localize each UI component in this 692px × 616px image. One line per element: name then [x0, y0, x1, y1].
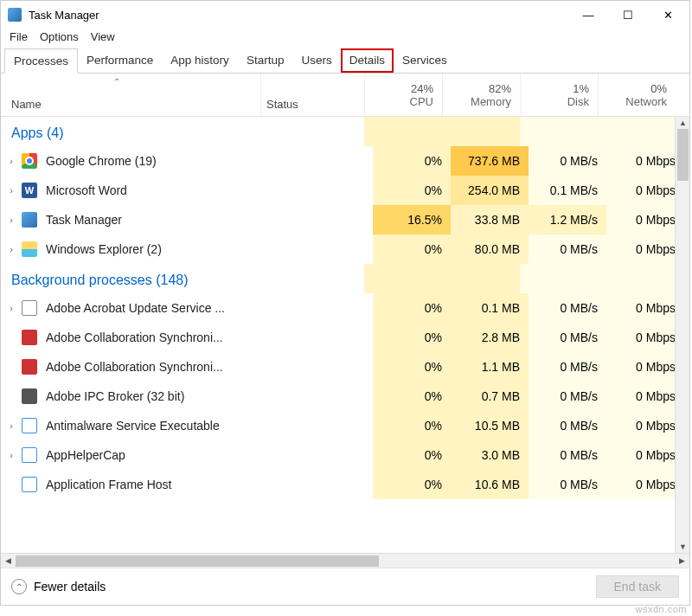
network-cell: 0 Mbps	[606, 470, 684, 499]
scroll-right-icon[interactable]: ▶	[675, 556, 689, 565]
disk-cell: 1.2 MB/s	[529, 205, 606, 234]
sort-caret-icon: ⌃	[113, 77, 120, 87]
expand-icon[interactable]: ›	[1, 156, 22, 166]
scroll-down-icon[interactable]: ▼	[676, 541, 689, 553]
col-header-disk[interactable]: 1%Disk	[520, 74, 598, 116]
expand-icon[interactable]: ›	[1, 215, 22, 225]
app-icon	[22, 212, 37, 228]
process-name: Adobe Collaboration Synchroni...	[46, 330, 269, 344]
disk-cell: 0 MB/s	[529, 470, 606, 499]
process-row[interactable]: Adobe IPC Broker (32 bit) 0% 0.7 MB 0 MB…	[1, 382, 689, 411]
network-cell: 0 Mbps	[606, 293, 684, 323]
tab-users[interactable]: Users	[292, 48, 340, 73]
process-row[interactable]: › Antimalware Service Executable 0% 10.5…	[1, 411, 689, 440]
process-row[interactable]: › Adobe Acrobat Update Service ... 0% 0.…	[1, 293, 689, 323]
process-name: AppHelperCap	[46, 448, 269, 462]
task-manager-window: Task Manager — ☐ ✕ File Options View Pro…	[0, 0, 690, 606]
tab-app-history[interactable]: App history	[162, 48, 238, 73]
process-row[interactable]: › Task Manager 16.5% 33.8 MB 1.2 MB/s 0 …	[1, 205, 689, 234]
cpu-cell: 0%	[373, 440, 451, 470]
app-icon	[8, 8, 22, 22]
tab-processes[interactable]: Processes	[4, 48, 78, 74]
h-scrollbar-thumb[interactable]	[16, 555, 379, 567]
expand-icon[interactable]: ›	[1, 303, 22, 313]
process-name: Adobe IPC Broker (32 bit)	[46, 389, 269, 403]
menu-options[interactable]: Options	[40, 30, 79, 43]
col-name-label: Name	[11, 98, 260, 111]
col-header-status[interactable]: Status	[260, 74, 364, 116]
process-name: Google Chrome (19)	[46, 154, 269, 168]
scrollbar-thumb[interactable]	[677, 129, 689, 181]
process-row[interactable]: Adobe Collaboration Synchroni... 0% 1.1 …	[1, 352, 689, 382]
app-icon	[22, 477, 37, 492]
memory-cell: 1.1 MB	[451, 352, 529, 382]
disk-cell: 0 MB/s	[529, 293, 606, 323]
vertical-scrollbar[interactable]: ▲ ▼	[675, 117, 689, 553]
expand-icon[interactable]: ›	[1, 185, 22, 196]
expand-icon[interactable]: ›	[1, 244, 22, 254]
process-name: Antimalware Service Executable	[46, 419, 269, 433]
app-icon	[22, 418, 37, 433]
group-header[interactable]: Background processes (148)	[1, 264, 364, 293]
tab-startup[interactable]: Startup	[238, 48, 293, 73]
process-row[interactable]: Application Frame Host 0% 10.6 MB 0 MB/s…	[1, 470, 689, 499]
process-list: Apps (4) › Google Chrome (19) 0% 737.6 M…	[1, 117, 689, 553]
scroll-up-icon[interactable]: ▲	[676, 117, 689, 129]
cpu-cell: 16.5%	[373, 205, 451, 234]
network-cell: 0 Mbps	[606, 176, 684, 205]
process-name: Windows Explorer (2)	[46, 242, 269, 256]
network-cell: 0 Mbps	[606, 440, 684, 470]
close-button[interactable]: ✕	[648, 1, 688, 29]
disk-cell: 0 MB/s	[529, 146, 606, 176]
watermark: wsxdn.com	[635, 604, 687, 614]
menu-file[interactable]: File	[10, 30, 28, 43]
end-task-button[interactable]: End task	[596, 575, 679, 598]
horizontal-scrollbar[interactable]: ◀ ▶	[1, 553, 689, 568]
tab-details[interactable]: Details	[341, 48, 394, 73]
chevron-up-icon: ⌃	[11, 579, 27, 594]
maximize-button[interactable]: ☐	[608, 1, 648, 29]
cpu-cell: 0%	[373, 382, 451, 411]
disk-cell: 0 MB/s	[529, 411, 606, 440]
titlebar[interactable]: Task Manager — ☐ ✕	[1, 1, 689, 29]
process-row[interactable]: › Google Chrome (19) 0% 737.6 MB 0 MB/s …	[1, 146, 689, 176]
col-header-network[interactable]: 0%Network	[598, 74, 676, 116]
process-name: Microsoft Word	[46, 183, 269, 197]
cpu-cell: 0%	[373, 470, 451, 499]
app-icon	[22, 388, 37, 404]
network-cell: 0 Mbps	[606, 146, 684, 176]
cpu-cell: 0%	[373, 234, 451, 264]
group-header[interactable]: Apps (4)	[1, 117, 364, 146]
col-header-memory[interactable]: 82%Memory	[442, 74, 520, 116]
col-header-cpu[interactable]: 24%CPU	[364, 74, 442, 116]
tab-strip: Processes Performance App history Startu…	[1, 48, 689, 74]
disk-cell: 0 MB/s	[529, 382, 606, 411]
fewer-details-label: Fewer details	[34, 580, 106, 594]
menubar: File Options View	[1, 29, 689, 48]
network-cell: 0 Mbps	[606, 352, 684, 382]
menu-view[interactable]: View	[91, 30, 115, 43]
process-name: Adobe Collaboration Synchroni...	[46, 360, 269, 374]
fewer-details-button[interactable]: ⌃ Fewer details	[11, 579, 106, 594]
cpu-cell: 0%	[373, 293, 451, 323]
col-header-name[interactable]: ⌃ Name	[1, 74, 260, 116]
app-icon	[22, 330, 37, 345]
memory-cell: 33.8 MB	[451, 205, 529, 234]
process-name: Adobe Acrobat Update Service ...	[46, 301, 269, 315]
process-row[interactable]: › AppHelperCap 0% 3.0 MB 0 MB/s 0 Mbps	[1, 440, 689, 470]
app-icon: W	[22, 183, 37, 198]
memory-cell: 10.5 MB	[451, 411, 529, 440]
tab-services[interactable]: Services	[394, 48, 456, 73]
expand-icon[interactable]: ›	[1, 420, 22, 431]
scroll-left-icon[interactable]: ◀	[1, 556, 16, 565]
minimize-button[interactable]: —	[568, 1, 608, 29]
disk-cell: 0 MB/s	[529, 323, 606, 352]
expand-icon[interactable]: ›	[1, 450, 22, 460]
network-cell: 0 Mbps	[606, 323, 684, 352]
process-row[interactable]: › Windows Explorer (2) 0% 80.0 MB 0 MB/s…	[1, 234, 689, 264]
process-name: Application Frame Host	[46, 478, 269, 491]
process-row[interactable]: › W Microsoft Word 0% 254.0 MB 0.1 MB/s …	[1, 176, 689, 205]
disk-cell: 0 MB/s	[529, 352, 606, 382]
process-row[interactable]: Adobe Collaboration Synchroni... 0% 2.8 …	[1, 323, 689, 352]
tab-performance[interactable]: Performance	[78, 48, 162, 73]
